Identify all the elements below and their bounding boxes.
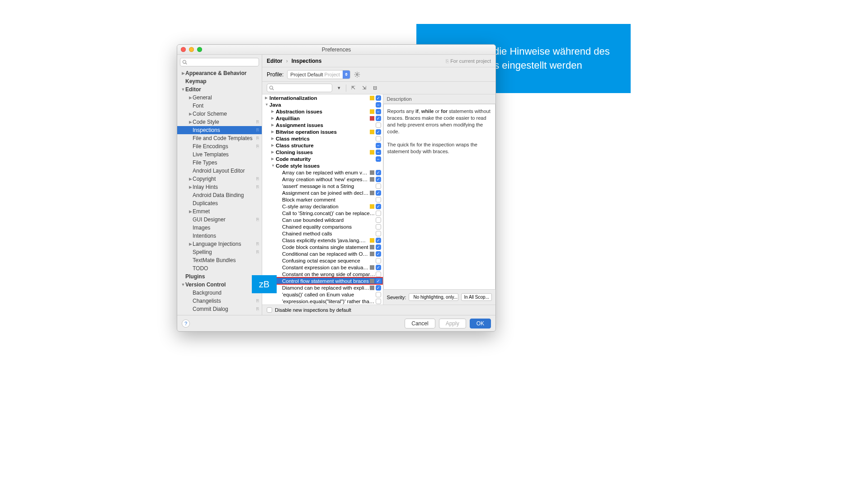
inspection-row[interactable]: C-style array declaration✓ [262,203,383,210]
sidebar-item[interactable]: Spelling⎘ [177,248,262,256]
sidebar-item[interactable]: File Types [177,159,262,167]
inspection-checkbox[interactable]: ✓ [376,177,381,182]
inspection-row[interactable]: Block marker comment [262,196,383,203]
inspection-row[interactable]: 'assert' message is not a String [262,183,383,189]
inspection-row[interactable]: Control flow statement without braces✓ [262,277,383,284]
sidebar-item[interactable]: Plugins [177,272,262,281]
inspection-checkbox[interactable] [376,217,381,223]
sidebar-item[interactable]: Inspections⎘ [177,126,262,134]
inspection-checkbox[interactable]: – [376,156,381,162]
inspection-checkbox[interactable] [376,231,381,236]
sidebar-item[interactable]: Commit Dialog⎘ [177,305,262,313]
sidebar-item[interactable]: Live Templates [177,150,262,159]
inspection-checkbox[interactable]: ✓ [376,244,381,250]
inspection-checkbox[interactable]: ✓ [376,95,381,101]
inspection-search-input[interactable] [267,84,332,92]
inspection-row[interactable]: ▼Java– [262,101,383,108]
collapse-all-icon[interactable]: ⇲ [360,84,368,92]
sidebar-item[interactable]: Keymap [177,77,262,85]
gear-icon[interactable] [354,71,360,78]
sidebar-item[interactable]: Android Layout Editor [177,167,262,175]
disable-new-checkbox[interactable] [267,307,272,313]
inspection-row[interactable]: Constant expression can be evaluated✓ [262,264,383,271]
inspection-row[interactable]: 'expression.equals("literal")' rather th… [262,298,383,305]
inspection-row[interactable]: Call to 'String.concat()' can be replace… [262,210,383,216]
inspection-row[interactable]: Constant on the wrong side of comparison [262,271,383,277]
sidebar-item[interactable]: GUI Designer⎘ [177,216,262,224]
inspection-row[interactable]: Chained equality comparisons [262,223,383,230]
inspection-row[interactable]: ▶Class structure– [262,142,383,149]
sidebar-item[interactable]: TODO [177,264,262,272]
profile-combo[interactable]: Project Default Project [287,70,350,79]
inspection-checkbox[interactable]: ✓ [376,116,381,121]
sidebar-item[interactable]: Images [177,224,262,232]
sidebar-item[interactable]: ▼Version Control⎘ [177,281,262,289]
sidebar-item[interactable]: ▶General [177,94,262,102]
inspection-checkbox[interactable]: ✓ [376,190,381,196]
sidebar-item[interactable]: ▶Color Scheme [177,110,262,118]
inspection-row[interactable]: ▶Class metrics [262,135,383,142]
inspection-checkbox[interactable] [376,272,381,277]
inspection-checkbox[interactable] [376,299,381,304]
inspection-row[interactable]: Array creation without 'new' expression✓ [262,176,383,183]
inspection-checkbox[interactable]: ✓ [376,285,381,291]
sidebar-item[interactable]: ▶Emmet [177,207,262,216]
inspection-checkbox[interactable] [376,197,381,202]
sidebar-item[interactable]: Duplicates [177,199,262,207]
crumb-editor[interactable]: Editor [267,58,283,64]
inspection-checkbox[interactable] [376,183,381,189]
inspection-checkbox[interactable]: – [376,102,381,108]
sidebar-item[interactable]: Font [177,102,262,110]
inspection-checkbox[interactable]: ✓ [376,251,381,257]
inspection-checkbox[interactable]: ✓ [376,265,381,270]
inspection-row[interactable]: ▶Code maturity– [262,155,383,162]
sidebar-item[interactable]: File Encodings⎘ [177,142,262,150]
ok-button[interactable]: OK [470,319,491,328]
inspection-row[interactable]: ▶Abstraction issues– [262,108,383,115]
scope-combo[interactable]: In All Scop... [461,293,492,301]
inspection-checkbox[interactable] [376,122,381,128]
inspection-checkbox[interactable] [376,224,381,230]
inspection-row[interactable]: 'equals()' called on Enum value [262,291,383,298]
inspection-row[interactable]: Chained method calls [262,230,383,237]
inspection-checkbox[interactable]: ✓ [376,278,381,284]
help-button[interactable]: ? [182,319,190,328]
inspection-row[interactable]: Assignment can be joined with declaratio… [262,189,383,196]
inspection-checkbox[interactable]: ✓ [376,129,381,135]
inspection-row[interactable]: Code block contains single statement✓ [262,244,383,250]
sidebar-item[interactable]: ▶Inlay Hints⎘ [177,183,262,191]
inspection-row[interactable]: Conditional can be replaced with Optiona… [262,250,383,257]
inspection-row[interactable]: Confusing octal escape sequence [262,257,383,264]
sidebar-item[interactable]: ▶Appearance & Behavior [177,69,262,77]
sidebar-item[interactable]: Background [177,289,262,297]
sidebar-item[interactable]: ▶Language Injections⎘ [177,240,262,248]
sidebar-item[interactable]: Intentions [177,232,262,240]
inspection-row[interactable]: Array can be replaced with enum values✓ [262,169,383,176]
inspection-checkbox[interactable] [376,211,381,216]
severity-combo[interactable]: No highlighting, only... [409,293,458,301]
inspection-row[interactable]: Can use bounded wildcard [262,216,383,223]
inspection-checkbox[interactable]: ✓ [376,204,381,209]
sidebar-item[interactable]: ▶Copyright⎘ [177,175,262,183]
inspection-checkbox[interactable]: ✓ [376,238,381,243]
cancel-button[interactable]: Cancel [405,319,435,328]
inspection-row[interactable]: Diamond can be replaced with explicit ty… [262,284,383,291]
inspection-checkbox[interactable]: ✓ [376,170,381,175]
inspection-row[interactable]: ▶Arquillian✓ [262,115,383,122]
settings-tree[interactable]: ▶Appearance & BehaviorKeymap▼Editor▶Gene… [177,69,262,315]
inspection-checkbox[interactable]: – [376,150,381,155]
inspection-tree[interactable]: ▶Internationalization✓▼Java–▶Abstraction… [262,94,383,305]
search-input[interactable] [180,58,259,66]
sidebar-item[interactable]: TextMate Bundles [177,256,262,264]
sidebar-item[interactable]: File and Code Templates⎘ [177,134,262,142]
inspection-row[interactable]: ▶Assignment issues [262,122,383,128]
inspection-checkbox[interactable]: – [376,109,381,114]
inspection-row[interactable]: ▼Code style issues [262,162,383,169]
inspection-checkbox[interactable] [376,258,381,263]
sidebar-item[interactable]: ▶Code Style⎘ [177,118,262,126]
reset-icon[interactable]: ⊟ [371,84,379,92]
inspection-checkbox[interactable]: – [376,143,381,148]
inspection-row[interactable]: Class explicitly extends 'java.lang.Obje… [262,237,383,244]
apply-button[interactable]: Apply [439,319,466,328]
inspection-row[interactable]: ▶Bitwise operation issues✓ [262,128,383,135]
